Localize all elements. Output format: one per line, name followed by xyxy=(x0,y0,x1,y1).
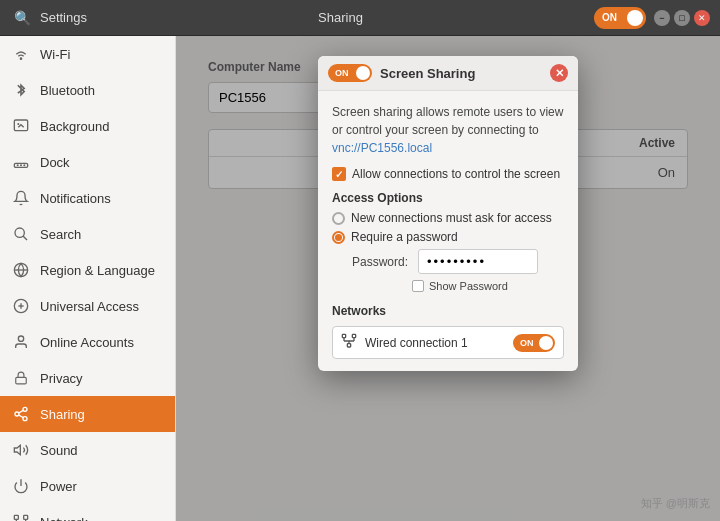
dialog-description: Screen sharing allows remote users to vi… xyxy=(332,103,564,157)
search-sidebar-icon xyxy=(12,225,30,243)
window-controls: − □ ✕ xyxy=(654,10,710,26)
sidebar-item-sound[interactable]: Sound xyxy=(0,432,175,468)
sidebar-item-wifi[interactable]: Wi-Fi xyxy=(0,36,175,72)
bluetooth-icon xyxy=(12,81,30,99)
dock-icon xyxy=(12,153,30,171)
sidebar-item-notifications[interactable]: Notifications xyxy=(0,180,175,216)
power-icon xyxy=(12,477,30,495)
sidebar-label-sharing: Sharing xyxy=(40,407,85,422)
notifications-icon xyxy=(12,189,30,207)
watermark: 知乎 @明斯克 xyxy=(641,496,710,511)
sidebar-label-privacy: Privacy xyxy=(40,371,83,386)
sidebar-item-background[interactable]: Background xyxy=(0,108,175,144)
sidebar-item-search[interactable]: Search xyxy=(0,216,175,252)
sidebar-label-background: Background xyxy=(40,119,109,134)
sidebar-label-power: Power xyxy=(40,479,77,494)
maximize-button[interactable]: □ xyxy=(674,10,690,26)
svg-rect-37 xyxy=(352,334,355,337)
radio-row-password[interactable]: Require a password xyxy=(332,230,564,244)
sidebar-label-network: Network xyxy=(40,515,88,522)
toggle-label: ON xyxy=(598,12,617,23)
svg-point-2 xyxy=(17,123,19,125)
sidebar-item-sharing[interactable]: Sharing xyxy=(0,396,175,432)
allow-control-checkbox[interactable]: ✓ xyxy=(332,167,346,181)
sidebar-label-accounts: Online Accounts xyxy=(40,335,134,350)
background-icon xyxy=(12,117,30,135)
toggle-knob xyxy=(627,10,643,26)
sidebar-item-network[interactable]: Network xyxy=(0,504,175,521)
dialog-toggle[interactable]: ON xyxy=(328,64,372,82)
svg-point-18 xyxy=(23,417,27,421)
radio-btn-password[interactable] xyxy=(332,231,345,244)
sidebar-item-accounts[interactable]: Online Accounts xyxy=(0,324,175,360)
dialog-close-button[interactable]: ✕ xyxy=(550,64,568,82)
universal-icon xyxy=(12,297,30,315)
network-toggle-label: ON xyxy=(517,338,534,348)
main-toggle[interactable]: ON xyxy=(594,7,646,29)
dialog-title: Screen Sharing xyxy=(380,66,542,81)
sidebar-item-region[interactable]: Region & Language xyxy=(0,252,175,288)
svg-line-20 xyxy=(19,410,24,413)
svg-rect-24 xyxy=(24,515,28,519)
sidebar-label-search: Search xyxy=(40,227,81,242)
wifi-icon xyxy=(12,45,30,63)
access-options-title: Access Options xyxy=(332,191,564,205)
on-toggle-switch[interactable]: ON xyxy=(594,7,646,29)
svg-rect-15 xyxy=(16,377,27,383)
sidebar-item-universal[interactable]: Universal Access xyxy=(0,288,175,324)
show-password-checkbox[interactable] xyxy=(412,280,424,292)
allow-control-row[interactable]: ✓ Allow connections to control the scree… xyxy=(332,167,564,181)
dialog-body: Screen sharing allows remote users to vi… xyxy=(318,91,578,371)
content-area: Computer Name Active On ON xyxy=(176,36,720,521)
radio-label-password: Require a password xyxy=(351,230,458,244)
dialog-toggle-knob xyxy=(356,66,370,80)
privacy-icon xyxy=(12,369,30,387)
svg-rect-36 xyxy=(342,334,345,337)
network-wired-icon xyxy=(341,333,357,352)
svg-point-16 xyxy=(23,407,27,411)
svg-line-19 xyxy=(19,415,24,418)
sidebar-label-notifications: Notifications xyxy=(40,191,111,206)
titlebar: 🔍 Settings Sharing ON − □ ✕ xyxy=(0,0,720,36)
vnc-link[interactable]: vnc://PC1556.local xyxy=(332,141,432,155)
checkmark-icon: ✓ xyxy=(335,169,343,180)
sharing-icon xyxy=(12,405,30,423)
networks-section-title: Networks xyxy=(332,304,564,318)
show-password-row[interactable]: Show Password xyxy=(412,280,564,292)
search-icon[interactable]: 🔍 xyxy=(10,6,34,30)
radio-row-ask[interactable]: New connections must ask for access xyxy=(332,211,564,225)
sidebar-label-sound: Sound xyxy=(40,443,78,458)
region-icon xyxy=(12,261,30,279)
minimize-button[interactable]: − xyxy=(654,10,670,26)
settings-title: Settings xyxy=(40,10,87,25)
sidebar: Wi-Fi Bluetooth Background xyxy=(0,36,176,521)
show-password-label: Show Password xyxy=(429,280,508,292)
radio-btn-ask[interactable] xyxy=(332,212,345,225)
allow-control-label: Allow connections to control the screen xyxy=(352,167,560,181)
svg-point-14 xyxy=(18,336,23,341)
sidebar-label-wifi: Wi-Fi xyxy=(40,47,70,62)
sidebar-label-universal: Universal Access xyxy=(40,299,139,314)
svg-rect-23 xyxy=(14,515,18,519)
sidebar-item-privacy[interactable]: Privacy xyxy=(0,360,175,396)
page-title: Sharing xyxy=(87,10,594,25)
dialog-titlebar: ON Screen Sharing ✕ xyxy=(318,56,578,91)
sidebar-item-bluetooth[interactable]: Bluetooth xyxy=(0,72,175,108)
dialog-overlay: ON Screen Sharing ✕ Screen sharing allow… xyxy=(176,36,720,521)
sidebar-item-dock[interactable]: Dock xyxy=(0,144,175,180)
radio-label-ask: New connections must ask for access xyxy=(351,211,552,225)
sidebar-item-power[interactable]: Power xyxy=(0,468,175,504)
password-input[interactable] xyxy=(418,249,538,274)
sidebar-label-bluetooth: Bluetooth xyxy=(40,83,95,98)
close-button[interactable]: ✕ xyxy=(694,10,710,26)
screen-sharing-dialog: ON Screen Sharing ✕ Screen sharing allow… xyxy=(318,56,578,371)
svg-line-8 xyxy=(23,236,27,240)
sidebar-label-region: Region & Language xyxy=(40,263,155,278)
dialog-description-text: Screen sharing allows remote users to vi… xyxy=(332,105,563,137)
password-label: Password: xyxy=(352,255,412,269)
accounts-icon xyxy=(12,333,30,351)
svg-point-7 xyxy=(15,228,24,237)
sidebar-label-dock: Dock xyxy=(40,155,70,170)
network-toggle[interactable]: ON xyxy=(513,334,555,352)
svg-point-6 xyxy=(23,164,25,166)
